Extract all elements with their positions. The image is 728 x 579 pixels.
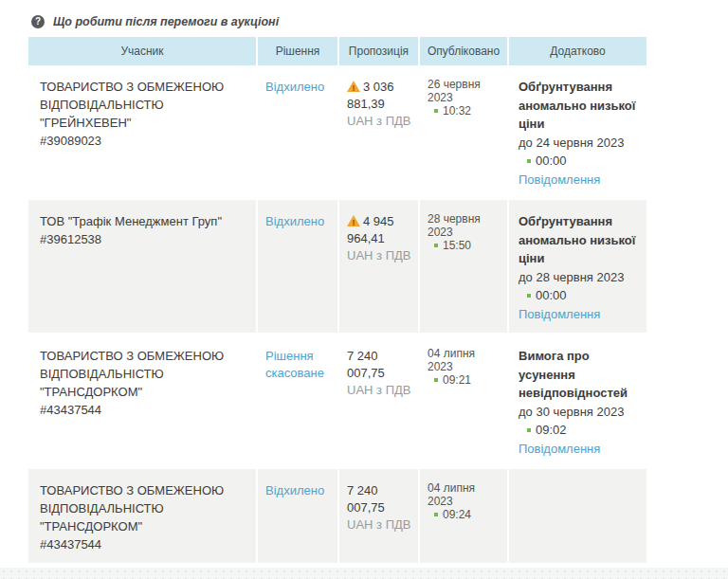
- published-date: 26 червня 2023: [428, 78, 503, 104]
- table-row: ТОВАРИСТВО З ОБМЕЖЕНОЮ ВІДПОВІДАЛЬНІСТЮ …: [28, 335, 656, 469]
- bullet-icon: [527, 294, 531, 298]
- published-time: 10:32: [443, 104, 471, 118]
- decision-link[interactable]: Відхилено: [265, 213, 324, 230]
- column-header-participant: Учасник: [28, 37, 256, 65]
- extra-deadline-time: 09:02: [536, 423, 567, 437]
- footer-band: [0, 568, 728, 579]
- participant-cell: ТОВАРИСТВО З ОБМЕЖЕНОЮ ВІДПОВІДАЛЬНІСТЮ …: [28, 65, 256, 198]
- decision-cell: Рішення скасоване: [256, 335, 337, 467]
- proposal-currency: UAH з ПДВ: [347, 247, 414, 264]
- decision-cell: Відхилено: [256, 65, 337, 198]
- table-row: ТОВАРИСТВО З ОБМЕЖЕНОЮ ВІДПОВІДАЛЬНІСТЮ …: [28, 469, 656, 565]
- extra-title: Вимога про усунення невідповідностей: [519, 347, 639, 403]
- bullet-icon: [434, 378, 438, 382]
- proposal-amount: 7 240 007,75: [347, 483, 385, 515]
- help-link[interactable]: Що робити після перемоги в аукціоні: [53, 15, 279, 28]
- proposal-currency: UAH з ПДВ: [347, 516, 414, 534]
- published-date: 28 червня 2023: [428, 212, 503, 239]
- decision-cell: Відхилено: [256, 469, 337, 563]
- participant-id: #39612538: [40, 231, 246, 249]
- proposal-amount: 7 240 007,75: [347, 349, 385, 380]
- bullet-icon: [527, 428, 531, 432]
- extra-deadline-date: до 28 червня 2023: [519, 268, 639, 287]
- participant-name: ТОВАРИСТВО З ОБМЕЖЕНОЮ ВІДПОВІДАЛЬНІСТЮ …: [40, 349, 224, 399]
- decision-link[interactable]: Рішення скасоване: [265, 348, 332, 382]
- qualification-table: Учасник Рішення Пропозиція Опубліковано …: [28, 37, 656, 565]
- proposal-currency: UAH з ПДВ: [347, 382, 414, 399]
- proposal-cell: 7 240 007,75 UAH з ПДВ: [337, 335, 418, 467]
- participant-cell: ТОВАРИСТВО З ОБМЕЖЕНОЮ ВІДПОВІДАЛЬНІСТЮ …: [28, 469, 256, 563]
- published-cell: 04 липня 2023 09:21: [418, 335, 507, 467]
- published-cell: 26 червня 2023 10:32: [418, 65, 507, 198]
- column-header-extra: Додатково: [507, 37, 646, 65]
- published-time: 09:21: [443, 373, 471, 387]
- bullet-icon: [527, 159, 531, 163]
- extra-cell: Обґрунтування аномально низької ціни до …: [507, 65, 646, 198]
- participant-id: #43437544: [40, 402, 246, 420]
- participant-name: ТОВАРИСТВО З ОБМЕЖЕНОЮ ВІДПОВІДАЛЬНІСТЮ …: [40, 80, 224, 130]
- table-row: ТОВ "Трафік Менеджмент Груп" #39612538 В…: [28, 200, 656, 335]
- published-cell: 28 червня 2023 15:50: [418, 200, 507, 333]
- message-link[interactable]: Повідомлення: [519, 440, 600, 459]
- extra-title: Обґрунтування аномально низької ціни: [519, 78, 639, 134]
- published-cell: 04 липня 2023 09:24: [418, 469, 507, 563]
- extra-cell: [507, 469, 646, 563]
- extra-cell: Обґрунтування аномально низької ціни до …: [507, 200, 646, 333]
- participant-cell: ТОВАРИСТВО З ОБМЕЖЕНОЮ ВІДПОВІДАЛЬНІСТЮ …: [28, 335, 256, 467]
- warning-icon: [347, 215, 360, 226]
- participant-name: ТОВ "Трафік Менеджмент Груп": [40, 214, 222, 228]
- extra-deadline-time: 00:00: [536, 154, 567, 168]
- extra-title: Обґрунтування аномально низької ціни: [519, 212, 639, 268]
- message-link[interactable]: Повідомлення: [519, 305, 600, 324]
- proposal-cell: 3 036 881,39 UAH з ПДВ: [337, 65, 418, 198]
- published-time: 09:24: [443, 508, 471, 521]
- published-time: 15:50: [443, 239, 471, 252]
- decision-link[interactable]: Відхилено: [265, 79, 324, 96]
- message-link[interactable]: Повідомлення: [519, 171, 600, 190]
- table-row: ТОВАРИСТВО З ОБМЕЖЕНОЮ ВІДПОВІДАЛЬНІСТЮ …: [28, 65, 656, 200]
- decision-cell: Відхилено: [256, 200, 337, 333]
- table-header-row: Учасник Рішення Пропозиція Опубліковано …: [28, 37, 656, 65]
- extra-deadline-date: до 30 червня 2023: [519, 403, 639, 422]
- extra-deadline-date: до 24 червня 2023: [519, 134, 639, 153]
- column-header-published: Опубліковано: [418, 37, 507, 65]
- published-date: 04 липня 2023: [428, 481, 503, 508]
- bullet-icon: [434, 109, 438, 113]
- decision-link[interactable]: Відхилено: [265, 482, 324, 499]
- extra-deadline-time: 00:00: [536, 288, 567, 302]
- extra-cell: Вимога про усунення невідповідностей до …: [507, 335, 646, 467]
- participant-id: #43437544: [40, 536, 246, 554]
- proposal-cell: 7 240 007,75 UAH з ПДВ: [337, 469, 418, 563]
- published-date: 04 липня 2023: [428, 347, 503, 373]
- participant-id: #39089023: [40, 133, 246, 151]
- bullet-icon: [434, 244, 438, 247]
- help-row: ? Що робити після перемоги в аукціоні: [31, 15, 728, 28]
- participant-name: ТОВАРИСТВО З ОБМЕЖЕНОЮ ВІДПОВІДАЛЬНІСТЮ …: [40, 483, 224, 534]
- help-icon[interactable]: ?: [31, 15, 45, 28]
- bullet-icon: [434, 513, 438, 516]
- warning-icon: [347, 81, 360, 92]
- column-header-proposal: Пропозиція: [337, 37, 418, 65]
- participant-cell: ТОВ "Трафік Менеджмент Груп" #39612538: [28, 200, 256, 333]
- proposal-cell: 4 945 964,41 UAH з ПДВ: [337, 200, 418, 333]
- column-header-decision: Рішення: [256, 37, 337, 65]
- proposal-currency: UAH з ПДВ: [347, 113, 414, 130]
